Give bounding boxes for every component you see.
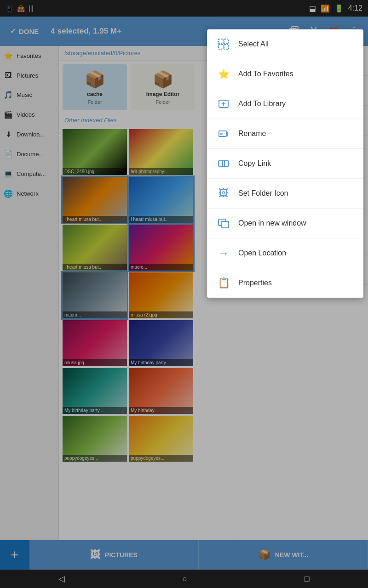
select-all-icon xyxy=(216,37,231,51)
properties-icon: 📋 xyxy=(216,276,231,290)
context-overlay[interactable]: Select All ⭐ Add To Favorites Add To Lib… xyxy=(0,0,368,588)
context-select-all[interactable]: Select All xyxy=(207,29,363,59)
context-label-open-new-window: Open in new window xyxy=(238,219,306,227)
context-label-copy-link: Copy Link xyxy=(238,159,271,168)
svg-rect-10 xyxy=(218,45,223,49)
context-menu: Select All ⭐ Add To Favorites Add To Lib… xyxy=(207,29,363,298)
context-copy-link[interactable]: Copy Link xyxy=(207,149,363,179)
svg-rect-15 xyxy=(219,131,226,136)
context-open-new-window[interactable]: Open in new window xyxy=(207,209,363,238)
context-label-add-library: Add To Library xyxy=(238,100,286,108)
add-library-icon xyxy=(216,96,231,111)
svg-rect-8 xyxy=(218,39,223,44)
context-rename[interactable]: Rename xyxy=(207,119,363,149)
add-favorites-icon: ⭐ xyxy=(216,67,231,81)
context-open-location[interactable]: → Open Location xyxy=(207,238,363,268)
context-label-set-folder-icon: Set Folder Icon xyxy=(238,189,288,198)
svg-rect-22 xyxy=(221,221,229,228)
svg-rect-9 xyxy=(224,39,229,44)
context-label-open-location: Open Location xyxy=(238,249,286,257)
context-properties[interactable]: 📋 Properties xyxy=(207,268,363,298)
context-label-add-favorites: Add To Favorites xyxy=(238,70,293,78)
set-folder-icon-icon: 🖼 xyxy=(216,186,231,201)
open-new-window-icon xyxy=(216,216,231,231)
open-location-icon: → xyxy=(216,246,231,260)
rename-icon xyxy=(216,126,231,141)
context-add-favorites[interactable]: ⭐ Add To Favorites xyxy=(207,59,363,89)
copy-link-icon xyxy=(216,156,231,171)
context-add-library[interactable]: Add To Library xyxy=(207,89,363,119)
svg-rect-11 xyxy=(224,45,229,49)
context-set-folder-icon[interactable]: 🖼 Set Folder Icon xyxy=(207,179,363,209)
context-label-rename: Rename xyxy=(238,130,266,138)
context-label-select-all: Select All xyxy=(238,40,269,48)
svg-rect-20 xyxy=(223,161,229,166)
context-label-properties: Properties xyxy=(238,279,272,287)
svg-rect-19 xyxy=(218,161,224,166)
